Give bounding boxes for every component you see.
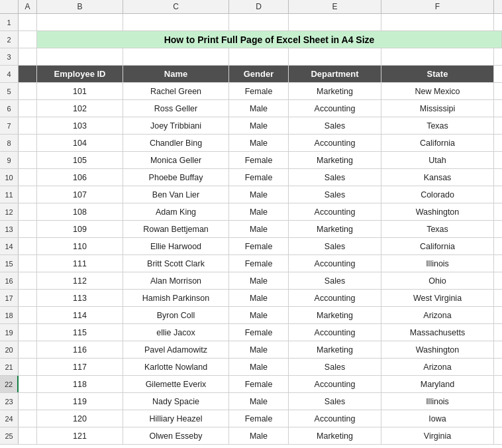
cell-name: Ben Van Lier: [123, 186, 229, 203]
cell-gender: Male: [229, 135, 289, 151]
cell-department: Sales: [289, 169, 381, 186]
cell-name: Alan Morrison: [123, 272, 229, 289]
cell-employee-id: 102: [37, 100, 123, 117]
cell-name: Hamish Parkinson: [123, 290, 229, 306]
cell-state: Washington: [381, 203, 494, 220]
cell-department: Department: [289, 66, 381, 82]
cell-state: Virginia: [381, 427, 494, 444]
cell-gender: Female: [229, 324, 289, 341]
cell-department: Accounting: [289, 324, 381, 341]
cell-gender: [229, 14, 289, 30]
cell-a: [19, 152, 37, 168]
cell-gender: Male: [229, 100, 289, 117]
cell-name: Nady Spacie: [123, 393, 229, 410]
table-row: 14110Ellie HarwoodFemaleSalesCalifornia: [0, 238, 502, 255]
cell-gender: Male: [229, 427, 289, 444]
cell-a: [19, 410, 37, 427]
row-number: 24: [0, 410, 19, 427]
cell-employee-id: 121: [37, 427, 123, 444]
row-number: 1: [0, 14, 19, 30]
row-number: 21: [0, 359, 19, 375]
table-row: 17113Hamish ParkinsonMaleAccountingWest …: [0, 290, 502, 307]
col-header-d: D: [229, 0, 289, 13]
cell-state: Arizona: [381, 359, 494, 375]
cell-department: Marketing: [289, 221, 381, 237]
cell-department: Sales: [289, 393, 381, 410]
cell-employee-id: 108: [37, 203, 123, 220]
table-row: 5101Rachel GreenFemaleMarketingNew Mexic…: [0, 83, 502, 100]
row-number: 18: [0, 307, 19, 323]
row-number: 14: [0, 238, 19, 254]
cell-state: Massachusetts: [381, 324, 494, 341]
table-row: 8104Chandler BingMaleAccountingCaliforni…: [0, 135, 502, 152]
cell-employee-id: [37, 48, 123, 65]
cell-department: Sales: [289, 117, 381, 134]
table-row: 4Employee IDNameGenderDepartmentState: [0, 66, 502, 83]
row-number: 4: [0, 66, 19, 82]
row-number: 25: [0, 427, 19, 444]
cell-a: [19, 290, 37, 306]
row-number: 6: [0, 100, 19, 117]
table-row: 13109Rowan BettjemanMaleMarketingTexas: [0, 221, 502, 238]
cell-department: Sales: [289, 272, 381, 289]
cell-a: [19, 135, 37, 151]
table-row: 2How to Print Full Page of Excel Sheet i…: [0, 31, 502, 48]
cell-name: Chandler Bing: [123, 135, 229, 151]
cell-state: Illinois: [381, 255, 494, 272]
row-number: 23: [0, 393, 19, 410]
cell-gender: Male: [229, 117, 289, 134]
table-row: 7103Joey TribbianiMaleSalesTexas: [0, 117, 502, 135]
cell-department: Accounting: [289, 410, 381, 427]
cell-employee-id: 101: [37, 83, 123, 99]
cell-department: Accounting: [289, 255, 381, 272]
table-row: 11107Ben Van LierMaleSalesColorado: [0, 186, 502, 203]
cell-a: [19, 14, 37, 30]
cell-name: Byron Coll: [123, 307, 229, 323]
cell-name: Hilliary Heazel: [123, 410, 229, 427]
row-number: 13: [0, 221, 19, 237]
cell-name: Britt Scott Clark: [123, 255, 229, 272]
cell-department: Accounting: [289, 100, 381, 117]
row-number: 9: [0, 152, 19, 168]
cell-state: [381, 48, 494, 65]
cell-a: [19, 341, 37, 358]
cell-gender: Male: [229, 203, 289, 220]
cell-gender: Male: [229, 359, 289, 375]
cell-state: Mississipi: [381, 100, 494, 117]
cell-a: [19, 169, 37, 186]
table-row: 25121Olwen EssebyMaleMarketingVirginia: [0, 427, 502, 445]
table-row: 19115ellie JacoxFemaleAccountingMassachu…: [0, 324, 502, 341]
cell-department: [289, 14, 381, 30]
cell-gender: Female: [229, 83, 289, 99]
cell-empty-a: [19, 31, 37, 48]
cell-state: California: [381, 238, 494, 254]
cell-employee-id: 117: [37, 359, 123, 375]
cell-department: Marketing: [289, 427, 381, 444]
row-number: 3: [0, 48, 19, 65]
cell-state: New Mexico: [381, 83, 494, 99]
table-row: 18114Byron CollMaleMarketingArizona: [0, 307, 502, 324]
cell-gender: Male: [229, 290, 289, 306]
grid-body: 12How to Print Full Page of Excel Sheet …: [0, 14, 502, 448]
cell-department: Accounting: [289, 135, 381, 151]
cell-state: Washington: [381, 341, 494, 358]
cell-name: Monica Geller: [123, 152, 229, 168]
cell-a: [19, 324, 37, 341]
cell-employee-id: 105: [37, 152, 123, 168]
cell-employee-id: 111: [37, 255, 123, 272]
cell-employee-id: 119: [37, 393, 123, 410]
cell-department: Sales: [289, 186, 381, 203]
cell-state: Utah: [381, 152, 494, 168]
cell-employee-id: 106: [37, 169, 123, 186]
table-row: 16112Alan MorrisonMaleSalesOhio: [0, 272, 502, 290]
cell-name: Phoebe Buffay: [123, 169, 229, 186]
cell-a: [19, 66, 37, 82]
cell-gender: Female: [229, 152, 289, 168]
row-number: 8: [0, 135, 19, 151]
cell-name: Gilemette Everix: [123, 376, 229, 392]
cell-name: [123, 14, 229, 30]
cell-name: Ross Geller: [123, 100, 229, 117]
cell-a: [19, 376, 37, 392]
cell-gender: Male: [229, 341, 289, 358]
cell-name: Rachel Green: [123, 83, 229, 99]
